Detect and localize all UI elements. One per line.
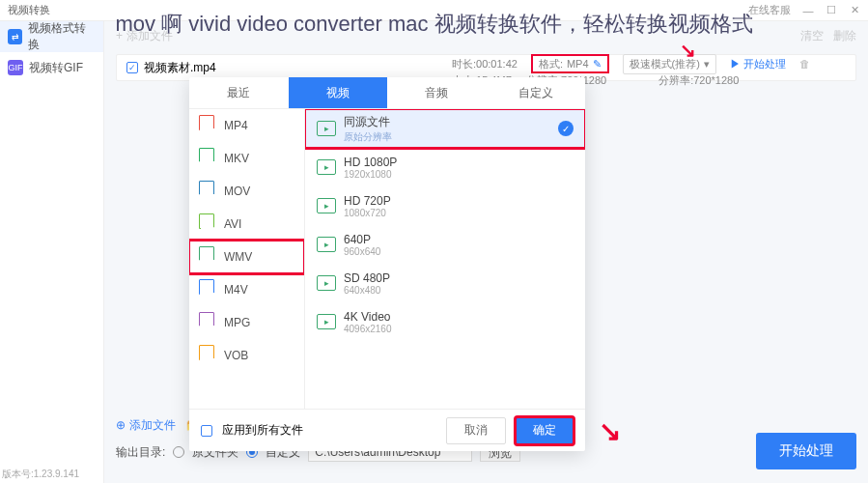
format-item-mp4[interactable]: MP4MP4 (189, 109, 304, 142)
ok-button[interactable]: 确定 (516, 417, 574, 444)
resolution-item[interactable]: ▸HD 720P1080x720 (305, 186, 585, 225)
file-icon: M4V (199, 279, 216, 300)
file-name: 视频素材.mp4 (144, 60, 216, 76)
close-icon[interactable]: ✕ (849, 5, 860, 16)
format-item-m4v[interactable]: M4VM4V (189, 273, 304, 306)
maximize-icon[interactable]: ☐ (826, 5, 837, 16)
sidebar-item-label: 视频转GIF (29, 60, 83, 76)
resolution-item[interactable]: ▸640P960x640 (305, 225, 585, 264)
file-icon: MOV (199, 181, 216, 202)
video-icon: ▸ (317, 159, 336, 175)
annotation-arrow-icon: ↘ (599, 415, 621, 447)
tab-custom[interactable]: 自定义 (487, 77, 586, 108)
convert-icon: ⇄ (8, 29, 22, 44)
file-icon: MP4 (199, 115, 216, 136)
minimize-icon[interactable]: — (802, 5, 814, 16)
file-icon: VOB (199, 345, 216, 366)
delete-file-icon[interactable]: 🗑 (799, 58, 810, 70)
add-file-link[interactable]: ⊕添加文件 (116, 417, 176, 434)
format-item-mpg[interactable]: MPGMPG (189, 306, 304, 339)
resolution-item[interactable]: ▸同源文件原始分辨率✓ (305, 109, 585, 148)
file-icon: WMV (199, 246, 216, 268)
file-checkbox[interactable] (126, 62, 138, 73)
video-icon: ▸ (317, 237, 336, 252)
chevron-down-icon: ▾ (704, 58, 710, 71)
edit-icon: ✎ (593, 58, 602, 71)
sidebar-item-label: 视频格式转换 (28, 20, 96, 53)
tab-video[interactable]: 视频 (289, 77, 388, 108)
file-icon: MPG (199, 312, 216, 333)
tab-recent[interactable]: 最近 (189, 77, 289, 108)
clear-button[interactable]: 清空 (800, 28, 824, 44)
format-item-mkv[interactable]: MKVMKV (189, 142, 304, 175)
format-item-vob[interactable]: VOBVOB (189, 339, 304, 372)
file-icon: AVI (199, 213, 216, 235)
start-link[interactable]: ▶ 开始处理 (730, 57, 786, 71)
cancel-button[interactable]: 取消 (446, 417, 506, 444)
gif-icon: GIF (8, 60, 23, 75)
format-item-wmv[interactable]: WMVWMV (189, 241, 304, 273)
watermark-text: mov 啊 vivid video converter mac 视频转换软件，轻… (115, 10, 752, 39)
window-title: 视频转换 (8, 3, 50, 17)
format-item-mov[interactable]: MOVMOV (189, 175, 304, 208)
output-label: 输出目录: (116, 444, 165, 461)
format-item-avi[interactable]: AVIAVI (189, 208, 304, 241)
annotation-arrow-icon: ↘ (680, 39, 696, 62)
radio-original-folder[interactable] (173, 446, 184, 458)
check-icon: ✓ (558, 121, 574, 136)
delete-button[interactable]: 删除 (833, 28, 856, 44)
video-icon: ▸ (317, 275, 336, 291)
format-selector[interactable]: 格式: MP4 ✎ (531, 54, 609, 73)
sidebar-item-gif[interactable]: GIF 视频转GIF (0, 52, 103, 83)
file-icon: MKV (199, 148, 216, 169)
resolution-item[interactable]: ▸4K Video4096x2160 (305, 302, 585, 341)
apply-all-label: 应用到所有文件 (222, 422, 303, 439)
start-processing-button[interactable]: 开始处理 (756, 433, 856, 469)
plus-circle-icon: ⊕ (116, 418, 126, 432)
video-icon: ▸ (317, 314, 336, 329)
version-label: 版本号:1.23.9.141 (2, 468, 79, 481)
resolution-item[interactable]: ▸SD 480P640x480 (305, 264, 585, 302)
speed-mode-select[interactable]: 极速模式(推荐) ▾ (623, 54, 716, 74)
apply-all-checkbox[interactable] (201, 425, 212, 437)
sidebar-item-convert[interactable]: ⇄ 视频格式转换 (0, 21, 103, 52)
tab-audio[interactable]: 音频 (387, 77, 487, 108)
resolution-item[interactable]: ▸HD 1080P1920x1080 (305, 148, 585, 186)
format-popup: 最近 视频 音频 自定义 MP4MP4MKVMKVMOVMOVAVIAVIWMV… (189, 77, 585, 451)
video-icon: ▸ (317, 121, 336, 136)
online-service-link[interactable]: 在线客服 (748, 3, 791, 17)
video-icon: ▸ (317, 198, 336, 213)
